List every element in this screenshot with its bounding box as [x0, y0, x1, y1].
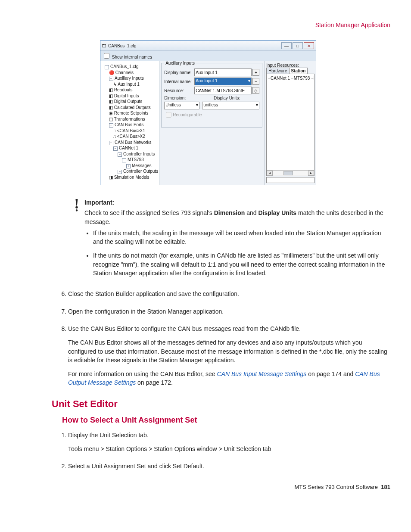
tree-controller-outputs[interactable]: Controller Outputs	[123, 169, 158, 174]
tree-controller-inputs[interactable]: Controller Inputs	[123, 152, 155, 156]
tree-messages[interactable]: Messages	[132, 163, 152, 168]
tree-port-x2[interactable]: <CAN Bus>X2	[117, 134, 145, 139]
chevron-down-icon: ▾	[248, 78, 250, 84]
tree-port-x1[interactable]: <CAN Bus>X1	[117, 128, 145, 133]
input-resources-heading: Input Resources:	[266, 63, 314, 68]
embedded-screenshot: 🗔 CANBus_1.cfg — □ ✕ Show internal names…	[100, 40, 316, 185]
tree-readouts[interactable]: Readouts	[114, 87, 133, 92]
tree-sim-models[interactable]: Simulation Models	[114, 175, 149, 180]
tree-root[interactable]: CANBus_1.cfg	[110, 64, 139, 69]
ustep-1: Display the Unit Selection tab. Tools me…	[68, 431, 390, 454]
horizontal-scrollbar[interactable]: ◂ ▸	[267, 170, 314, 176]
tree-can-bus-ports[interactable]: CAN Bus Ports	[115, 122, 143, 127]
tab-hardware[interactable]: Hardware	[266, 68, 289, 74]
display-name-input[interactable]	[194, 68, 252, 76]
heading-unit-set-editor: Unit Set Editor	[52, 398, 390, 410]
add-button[interactable]: +	[252, 69, 259, 76]
chevron-down-icon: ▾	[196, 103, 198, 109]
group-title: Auxiliary Inputs	[164, 61, 196, 65]
heading-select-unit-assignment: How to Select a Unit Assignment Set	[62, 416, 390, 425]
step-8: Use the CAN Bus Editor to configure the …	[68, 324, 390, 387]
tab-station[interactable]: Station	[289, 68, 308, 74]
resources-tree[interactable]: −CANNet 1 −MTS793 −Messages Digital D +U…	[266, 74, 314, 176]
dimension-label: Dimension:	[164, 96, 194, 100]
res-mts793[interactable]: MTS793	[294, 76, 310, 81]
navigation-tree-panel: −CANBus_1.cfg 🔴 Channels −Auxiliary Inpu…	[100, 61, 159, 185]
close-button[interactable]: ✕	[304, 42, 314, 49]
step-6: Close the Station Builder application an…	[68, 289, 390, 298]
important-icon: !•	[72, 198, 81, 283]
scroll-left-icon[interactable]: ◂	[267, 171, 273, 176]
properties-panel: Auxiliary Inputs Display name: + Interna…	[159, 61, 265, 185]
minimize-button[interactable]: —	[281, 42, 292, 49]
tree-calc-outputs[interactable]: Calculated Outputs	[114, 105, 151, 110]
important-bullet-2: If the units do not match (for example, …	[93, 251, 390, 277]
tree-cannet1[interactable]: CANNet 1	[119, 146, 138, 150]
maximize-button[interactable]: □	[293, 42, 303, 49]
show-internal-names-row[interactable]: Show internal names	[100, 51, 316, 61]
important-note: Important: Check to see if the assigned …	[84, 198, 390, 283]
display-name-label: Display name:	[164, 70, 194, 75]
internal-name-dropdown[interactable]: Aux Input 1▾	[194, 78, 252, 85]
important-bullet-1: If the units match, the scaling in the m…	[93, 229, 390, 246]
link-input-settings[interactable]: CAN Bus Input Message Settings	[217, 370, 307, 377]
tree-transformations[interactable]: Transformations	[114, 117, 145, 121]
display-units-dropdown[interactable]: unitless▾	[202, 102, 259, 109]
tree-mts793[interactable]: MTS793	[128, 157, 144, 162]
important-lead: Check to see if the assigned Series 793 …	[84, 208, 390, 226]
step-8-para-3: For more information on using the CAN Bu…	[68, 370, 390, 387]
tree-digital-outputs[interactable]: Digital Outputs	[114, 99, 143, 104]
tree-aux-input-1[interactable]: Aux Input 1	[118, 82, 140, 87]
tree-remote-setpoints[interactable]: Remote Setpoints	[114, 111, 149, 115]
page-number: 181	[381, 484, 390, 490]
section-header: Station Manager Application	[26, 22, 390, 28]
reconfigurable-label: Reconfigurable	[173, 112, 202, 117]
app-icon: 🗔	[102, 44, 106, 48]
internal-name-label: Internal name:	[164, 79, 194, 84]
show-internal-names-checkbox[interactable]	[104, 53, 109, 59]
tree-channels[interactable]: Channels	[115, 70, 134, 75]
page-footer: MTS Series 793 Control Software 181	[26, 484, 390, 490]
window-titlebar: 🗔 CANBus_1.cfg — □ ✕	[100, 41, 316, 51]
step-7: Open the configuration in the Station Ma…	[68, 307, 390, 316]
ustep-2: Select a Unit Assignment Set and click S…	[68, 462, 390, 470]
resource-input[interactable]	[194, 87, 252, 94]
step-8-para-2: The CAN Bus Editor shows all of the mess…	[68, 338, 390, 364]
show-internal-names-label: Show internal names	[112, 55, 152, 59]
resource-toggle-button[interactable]: ◇	[252, 87, 259, 94]
scroll-right-icon[interactable]: ▸	[308, 171, 314, 176]
navigation-tree[interactable]: −CANBus_1.cfg 🔴 Channels −Auxiliary Inpu…	[101, 62, 158, 184]
remove-button[interactable]: −	[252, 78, 259, 85]
display-units-label: Display Units:	[194, 96, 259, 100]
tree-digital-inputs[interactable]: Digital Inputs	[114, 93, 139, 98]
resource-label: Resource:	[164, 88, 194, 93]
res-messages[interactable]: Messages	[314, 76, 314, 81]
chevron-down-icon: ▾	[256, 103, 258, 109]
scroll-thumb[interactable]	[283, 171, 293, 175]
tree-aux-inputs[interactable]: Auxiliary Inputs	[115, 76, 144, 81]
window-title: CANBus_1.cfg	[108, 44, 280, 48]
resource-blank-field	[266, 177, 314, 183]
ustep-1-path: Tools menu > Station Options > Station O…	[68, 445, 390, 453]
tree-can-bus-networks[interactable]: CAN Bus Networks	[115, 140, 152, 145]
reconfigurable-checkbox	[166, 112, 171, 118]
resources-panel: Input Resources: Hardware Station −CANNe…	[265, 61, 316, 185]
res-cannet1[interactable]: CANNet 1	[271, 76, 290, 81]
dimension-dropdown[interactable]: Unitless▾	[164, 102, 199, 109]
important-heading: Important:	[84, 198, 390, 207]
